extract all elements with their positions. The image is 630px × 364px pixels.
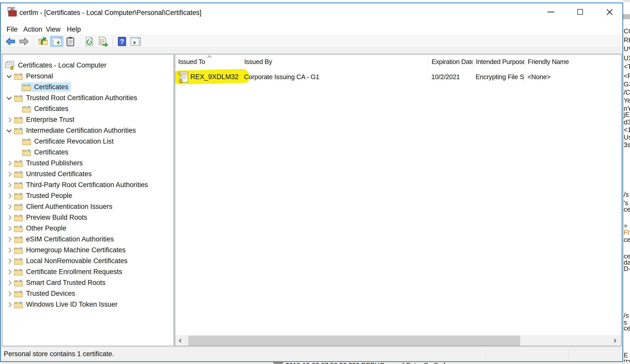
tree-item[interactable]: Enterprise Trust: [2, 114, 174, 125]
certlm-window: certlm - [Certificates - Local Computer\…: [0, 3, 623, 362]
background-log-fragment: 2019-10-03 07:56:56.390 DEBUG e-mail Ent…: [286, 362, 445, 364]
close-icon: [606, 9, 613, 15]
tree-item-label: Homegroup Machine Certificates: [26, 246, 126, 254]
column-header-intended-purposes[interactable]: Intended Purposes: [473, 54, 524, 69]
column-header-friendly-name[interactable]: Friendly Name: [524, 54, 621, 69]
tree-item[interactable]: Certificate Enrollment Requests: [2, 266, 174, 277]
chevron-icon[interactable]: [5, 214, 13, 221]
column-header-expiration-date[interactable]: Expiration Date: [428, 54, 473, 69]
folder-icon: [14, 268, 23, 276]
certificates-root-icon: [4, 61, 15, 70]
folder-icon: [14, 225, 23, 232]
folder-icon: [14, 279, 23, 287]
tree-item[interactable]: Certificates: [2, 103, 174, 114]
title-bar: certlm - [Certificates - Local Computer\…: [1, 3, 622, 24]
chevron-icon[interactable]: [5, 170, 13, 178]
chevron-icon[interactable]: [5, 225, 13, 232]
tree-item[interactable]: Intermediate Certification Authorities: [2, 125, 174, 136]
tree-item[interactable]: Trusted Devices: [2, 288, 174, 299]
help-icon: ?: [118, 37, 126, 46]
chevron-icon[interactable]: [5, 127, 13, 134]
minimize-button[interactable]: [542, 6, 559, 18]
forward-button[interactable]: [17, 36, 31, 47]
chevron-icon[interactable]: [5, 203, 13, 211]
column-header-issued-to[interactable]: Issued To: [175, 54, 241, 69]
export-list-button[interactable]: [96, 36, 110, 47]
tree-item[interactable]: Trusted People: [2, 190, 174, 201]
certificate-row[interactable]: REX_9XDLM32 Corporate Issuing CA - G1 10…: [175, 69, 621, 85]
tree-item[interactable]: eSIM Certification Authorities: [2, 234, 174, 245]
menu-help[interactable]: Help: [66, 24, 82, 35]
tree-item[interactable]: Client Authentication Issuers: [2, 201, 174, 212]
tree-item[interactable]: Personal: [2, 71, 174, 82]
certlm-app-icon: [7, 7, 17, 17]
folder-icon: [14, 94, 23, 102]
tree-item[interactable]: Windows Live ID Token Issuer: [2, 299, 174, 310]
tree-item[interactable]: Other People: [2, 223, 174, 234]
cell-expiration-date: 10/2/2021: [428, 69, 473, 85]
folder-icon: [22, 149, 31, 156]
tree-item-label: Certificates: [34, 105, 68, 113]
tree-item-label: Certificates: [34, 148, 68, 156]
up-one-level-button[interactable]: [36, 36, 50, 47]
refresh-button[interactable]: [83, 36, 96, 47]
scrollbar-thumb[interactable]: [188, 336, 520, 346]
maximize-button[interactable]: [572, 6, 588, 18]
chevron-icon[interactable]: [5, 290, 13, 298]
tree-item[interactable]: Third-Party Root Certification Authoriti…: [2, 179, 174, 190]
chevron-icon[interactable]: [5, 279, 13, 287]
chevron-icon[interactable]: [5, 94, 13, 102]
console-tree-icon: [51, 37, 62, 46]
chevron-icon[interactable]: [5, 181, 13, 189]
chevron-right-icon: [613, 339, 617, 343]
folder-icon: [14, 203, 23, 211]
tree-item[interactable]: Local NonRemovable Certificates: [2, 256, 174, 266]
tree-item-label: Untrusted Certificates: [26, 170, 92, 178]
back-button[interactable]: [4, 36, 17, 47]
tree-item[interactable]: Smart Card Trusted Roots: [2, 277, 174, 288]
menu-bar: File Action View Help: [1, 24, 622, 35]
menu-action[interactable]: Action: [22, 24, 43, 35]
menu-file[interactable]: File: [6, 24, 19, 35]
chevron-icon[interactable]: [5, 192, 13, 200]
cell-friendly-name: <None>: [524, 69, 621, 85]
help-button[interactable]: ?: [115, 36, 129, 47]
toolbar-separator: [113, 37, 113, 46]
close-button[interactable]: [601, 6, 618, 18]
maximize-icon: [577, 9, 583, 15]
menu-view[interactable]: View: [45, 24, 62, 35]
tree-item[interactable]: Trusted Root Certification Authorities: [2, 93, 174, 103]
tree-item[interactable]: Preview Build Roots: [2, 212, 174, 223]
folder-icon: [14, 192, 23, 200]
folder-icon: [14, 170, 23, 178]
clipboard-button[interactable]: [64, 36, 77, 47]
chevron-icon[interactable]: [5, 160, 13, 167]
clipboard-icon: [66, 36, 75, 47]
show-action-pane-button[interactable]: [129, 36, 142, 47]
tree-item[interactable]: Untrusted Certificates: [2, 169, 174, 179]
chevron-icon[interactable]: [5, 257, 13, 265]
scroll-right-button[interactable]: [609, 336, 621, 346]
chevron-icon[interactable]: [5, 116, 13, 124]
chevron-icon[interactable]: [5, 268, 13, 276]
chevron-icon[interactable]: [5, 246, 13, 254]
tree-item[interactable]: Certificates: [2, 147, 174, 158]
background-gray-block: [623, 14, 630, 19]
tree-root-item[interactable]: Certificates - Local Computer: [2, 60, 174, 71]
tree-item-label: Intermediate Certification Authorities: [26, 127, 136, 134]
chevron-icon[interactable]: [5, 301, 13, 308]
up-folder-icon: [38, 37, 48, 46]
chevron-icon[interactable]: [5, 73, 13, 80]
background-bottom-strip: 2019-10-03 07:56:56.390 DEBUG e-mail Ent…: [0, 362, 630, 364]
tree-item[interactable]: Certificate Revocation List: [2, 136, 174, 147]
tree-item-label: Smart Card Trusted Roots: [26, 279, 106, 287]
tree-item[interactable]: Certificates: [2, 82, 174, 93]
horizontal-scrollbar[interactable]: [175, 335, 621, 346]
chevron-icon[interactable]: [5, 236, 13, 243]
tree-item[interactable]: Homegroup Machine Certificates: [2, 245, 174, 256]
folder-icon: [14, 160, 23, 167]
tree-item[interactable]: Trusted Publishers: [2, 158, 174, 169]
column-header-issued-by[interactable]: Issued By: [241, 54, 428, 69]
scroll-left-button[interactable]: [175, 336, 187, 346]
show-console-tree-button[interactable]: [50, 36, 63, 47]
